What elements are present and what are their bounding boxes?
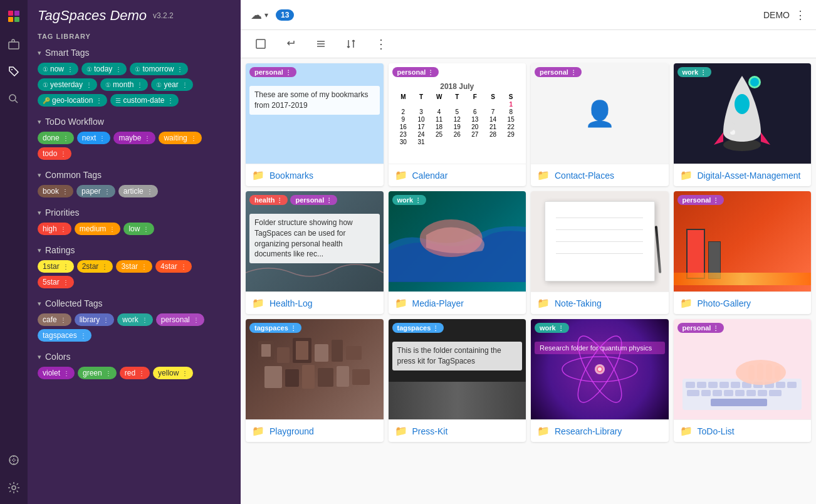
- card-footer-calendar: 📁 Calendar: [389, 164, 526, 186]
- card-footer-todo: 📁 ToDo-List: [674, 419, 812, 442]
- top-more-icon[interactable]: ⋮: [795, 8, 806, 22]
- tag-today[interactable]: ①today⋮: [81, 63, 127, 75]
- tag-geo-location[interactable]: 🔑geo-location⋮: [38, 94, 107, 107]
- tag-violet[interactable]: violet⋮: [38, 367, 75, 379]
- card-tag-personal-bookmarks[interactable]: personal ⋮: [249, 67, 296, 77]
- card-tag-personal-health[interactable]: personal ⋮: [290, 195, 337, 205]
- tag-done[interactable]: done⋮: [38, 132, 74, 144]
- tag-medium[interactable]: medium⋮: [75, 223, 121, 235]
- svg-rect-4: [9, 42, 19, 49]
- logo-icon[interactable]: [3, 5, 25, 28]
- aerial-svg: [389, 201, 526, 282]
- tag-4star[interactable]: 4star⋮: [155, 260, 192, 273]
- tag-todo[interactable]: todo⋮: [38, 147, 71, 160]
- tag-icon[interactable]: [3, 60, 25, 83]
- tag-custom-date[interactable]: ☰custom-date⋮: [110, 94, 179, 107]
- card-tag-tagspaces-presskit[interactable]: tagspaces ⋮: [392, 323, 444, 333]
- tag-5star[interactable]: 5star⋮: [38, 276, 74, 288]
- enter-button[interactable]: [281, 34, 301, 54]
- tag-next[interactable]: next⋮: [77, 132, 111, 144]
- tag-yesterday[interactable]: ①yesterday⋮: [38, 78, 97, 91]
- tag-personal[interactable]: personal⋮: [156, 313, 204, 326]
- theme-icon[interactable]: [3, 449, 25, 471]
- briefcase-icon[interactable]: [3, 33, 25, 55]
- sort-button[interactable]: [341, 34, 361, 54]
- tag-low[interactable]: low⋮: [123, 223, 154, 235]
- tag-book[interactable]: book⋮: [38, 185, 73, 197]
- section-header-ratings[interactable]: ▾ Ratings: [28, 243, 241, 258]
- card-photo-gallery[interactable]: personal ⋮ 📁 Photo-Gallery: [674, 191, 812, 314]
- tag-article[interactable]: article⋮: [118, 185, 158, 197]
- section-header-priorities[interactable]: ▾ Priorities: [28, 205, 241, 220]
- svg-point-7: [9, 456, 18, 465]
- tag-cafe[interactable]: cafe⋮: [38, 313, 71, 326]
- tag-red[interactable]: red⋮: [120, 367, 150, 379]
- svg-rect-22: [261, 344, 271, 357]
- tag-high[interactable]: high⋮: [38, 223, 71, 235]
- settings-icon[interactable]: [3, 476, 25, 499]
- cloud-dropdown[interactable]: ▾: [264, 11, 268, 19]
- tag-green[interactable]: green⋮: [78, 367, 117, 379]
- section-header-colors[interactable]: ▾ Colors: [28, 349, 241, 364]
- svg-rect-23: [277, 347, 290, 363]
- card-contact-places[interactable]: personal ⋮ 👤 📁 Contact-Places: [531, 63, 669, 186]
- svg-rect-29: [264, 366, 282, 388]
- tag-now[interactable]: ①now⋮: [38, 63, 78, 75]
- top-bar-right: DEMO ⋮: [763, 8, 806, 22]
- card-press-kit[interactable]: tagspaces ⋮ This is the folder containin…: [389, 319, 526, 442]
- folder-icon-digital: 📁: [680, 169, 693, 181]
- svg-rect-30: [285, 369, 299, 387]
- card-tag-personal-calendar[interactable]: personal ⋮: [392, 67, 439, 77]
- section-header-todo[interactable]: ▾ ToDo Workflow: [28, 114, 241, 129]
- search-icon[interactable]: [3, 88, 25, 110]
- card-media-player[interactable]: work ⋮ 📁 Med: [389, 191, 526, 314]
- tag-library[interactable]: library⋮: [75, 313, 115, 326]
- card-thumb-presskit: tagspaces ⋮ This is the folder containin…: [389, 319, 526, 419]
- card-bookmarks[interactable]: personal ⋮ These are some of my bookmark…: [246, 63, 384, 186]
- card-todo-list[interactable]: personal ⋮: [674, 319, 812, 442]
- section-colors: ▾ Colors violet⋮ green⋮ red⋮ yellow⋮: [28, 349, 241, 383]
- section-smart-tags: ▾ Smart Tags ①now⋮ ①today⋮ ①tomorrow⋮ ①y…: [28, 45, 241, 110]
- svg-rect-1: [14, 11, 19, 16]
- section-header-common[interactable]: ▾ Common Tags: [28, 167, 241, 182]
- card-digital-asset[interactable]: work ⋮: [674, 63, 812, 186]
- tag-month[interactable]: ①month⋮: [100, 78, 148, 91]
- priorities-title: Priorities: [45, 207, 79, 218]
- card-playground[interactable]: tagspaces ⋮: [246, 319, 384, 442]
- svg-rect-54: [713, 390, 722, 396]
- card-tag-health-health[interactable]: health ⋮: [249, 195, 288, 205]
- collected-title: Collected Tags: [45, 298, 103, 308]
- card-tag-personal-contact[interactable]: personal ⋮: [535, 67, 582, 77]
- card-thumb-contact: personal ⋮ 👤: [531, 63, 669, 164]
- card-tag-work-digital[interactable]: work ⋮: [677, 67, 712, 77]
- collected-tags-group: cafe⋮ library⋮ work⋮ personal⋮ tagspaces…: [28, 311, 241, 345]
- card-research-library[interactable]: work ⋮ Research folder for quantum physi…: [531, 319, 669, 442]
- card-calendar[interactable]: personal ⋮ 2018 July MTWTFSS 1 2345678 9…: [389, 63, 526, 186]
- tag-2star[interactable]: 2star⋮: [77, 260, 113, 273]
- folder-icon-research: 📁: [537, 425, 550, 437]
- tag-maybe[interactable]: maybe⋮: [113, 132, 155, 144]
- colors-title: Colors: [45, 352, 70, 362]
- card-title-calendar: Calendar: [412, 171, 448, 181]
- section-common-tags: ▾ Common Tags book⋮ paper⋮ article⋮: [28, 167, 241, 201]
- tag-yellow[interactable]: yellow⋮: [153, 367, 193, 379]
- section-header-collected[interactable]: ▾ Collected Tags: [28, 296, 241, 311]
- tag-paper[interactable]: paper⋮: [76, 185, 115, 197]
- tag-tagspaces-collected[interactable]: tagspaces⋮: [38, 329, 92, 342]
- tag-1star[interactable]: 1star⋮: [38, 260, 74, 273]
- section-header-smart-tags[interactable]: ▾ Smart Tags: [28, 45, 241, 60]
- card-tags-bookmarks: personal ⋮: [249, 67, 296, 77]
- tag-work[interactable]: work⋮: [117, 313, 152, 326]
- more-options-button[interactable]: ⋮: [371, 34, 391, 54]
- card-health-log[interactable]: health ⋮ personal ⋮ Folder structure sho…: [246, 191, 384, 314]
- svg-rect-32: [318, 368, 333, 387]
- tag-year[interactable]: ①year⋮: [151, 78, 192, 91]
- cloud-icon[interactable]: ☁: [251, 8, 262, 22]
- card-note-taking[interactable]: 📁 Note-Taking: [531, 191, 669, 314]
- svg-rect-33: [337, 366, 349, 387]
- tag-waiting[interactable]: waiting⋮: [159, 132, 201, 144]
- tag-tomorrow[interactable]: ①tomorrow⋮: [130, 63, 188, 75]
- list-view-button[interactable]: [311, 34, 331, 54]
- tag-3star[interactable]: 3star⋮: [116, 260, 152, 273]
- select-all-button[interactable]: [251, 34, 271, 54]
